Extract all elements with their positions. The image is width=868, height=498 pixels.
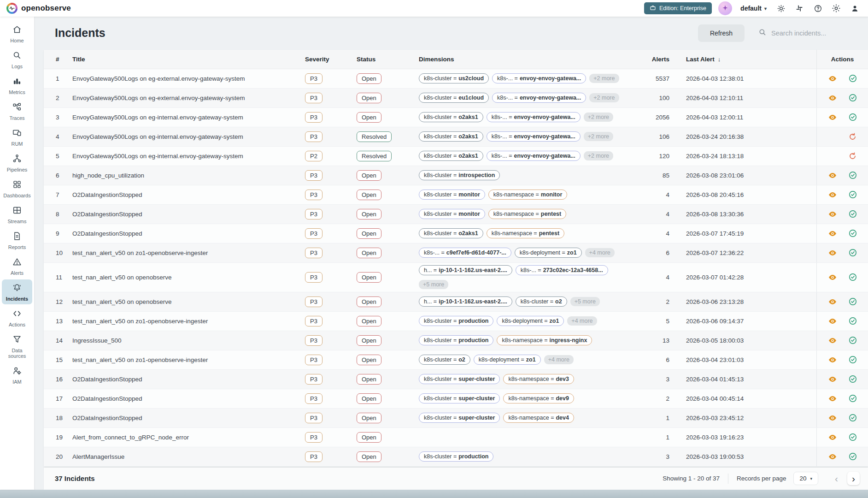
resolve-incident-icon[interactable]	[848, 113, 857, 122]
sort-descending-icon[interactable]: ↓	[718, 56, 721, 63]
ai-assistant-button[interactable]	[718, 1, 732, 15]
resolve-incident-icon[interactable]	[848, 248, 857, 257]
table-row[interactable]: 11 test_nan_alert_v50 on openobserve P3 …	[44, 263, 868, 292]
sidebar-item-pipelines[interactable]: Pipelines	[2, 150, 32, 175]
more-dimensions-pill[interactable]: +2 more	[584, 132, 613, 141]
resolve-incident-icon[interactable]	[848, 394, 857, 403]
sidebar-item-dashboards[interactable]: Dashboards	[2, 176, 32, 201]
view-incident-icon[interactable]	[828, 171, 837, 180]
dimension-chip[interactable]: k8s-cluster =production	[419, 451, 493, 462]
view-incident-icon[interactable]	[828, 209, 837, 219]
view-incident-icon[interactable]	[828, 433, 837, 442]
resolve-incident-icon[interactable]	[848, 374, 857, 384]
search-incidents-input[interactable]	[771, 30, 854, 37]
resolve-incident-icon[interactable]	[848, 273, 857, 282]
sidebar-item-home[interactable]: Home	[2, 21, 32, 46]
table-row[interactable]: 6 high_node_cpu_utilization P3 Open k8s-…	[44, 166, 868, 185]
table-row[interactable]: 17 O2DataIngestionStopped P3 Open k8s-cl…	[44, 389, 868, 409]
resolve-incident-icon[interactable]	[848, 171, 857, 180]
view-incident-icon[interactable]	[828, 413, 837, 422]
view-incident-icon[interactable]	[828, 74, 837, 83]
sidebar-item-logs[interactable]: Logs	[2, 47, 32, 72]
edition-enterprise-button[interactable]: Edition: Enterprise	[644, 2, 712, 14]
table-row[interactable]: 4 EnvoyGateway500Logs on eg-internal.env…	[44, 127, 868, 147]
table-row[interactable]: 10 test_nan_alert_v50 on zo1-openobserve…	[44, 243, 868, 263]
dimension-chip[interactable]: k8s-cluster =super-cluster	[419, 413, 500, 423]
dimension-chip[interactable]: k8s-namespace =dev9	[503, 393, 574, 403]
previous-page-button[interactable]: ‹	[830, 472, 843, 485]
dimension-chip[interactable]: k8s-deployment =zo1	[515, 248, 582, 258]
dimension-chip[interactable]: k8s-cluster =introspection	[419, 170, 500, 180]
resolve-incident-icon[interactable]	[848, 229, 857, 238]
slack-icon[interactable]	[793, 2, 805, 14]
resolve-incident-icon[interactable]	[848, 433, 857, 442]
dimension-chip[interactable]: k8s-cluster =production	[419, 335, 493, 345]
dimension-chip[interactable]: k8s-... =273c02ec-12a3-4658...	[516, 265, 608, 275]
view-incident-icon[interactable]	[828, 297, 837, 306]
view-incident-icon[interactable]	[828, 452, 837, 461]
resolve-incident-icon[interactable]	[848, 316, 857, 326]
dimension-chip[interactable]: k8s-cluster =monitor	[419, 209, 485, 219]
more-dimensions-pill[interactable]: +2 more	[589, 74, 619, 83]
settings-gear-icon[interactable]	[830, 2, 842, 14]
table-row[interactable]: 12 test_nan_alert_v50 on openobserve P3 …	[44, 292, 868, 312]
page-size-select[interactable]: 20 ▾	[793, 472, 818, 485]
dimension-chip[interactable]: k8s-deployment =zo1	[474, 355, 541, 365]
resolve-incident-icon[interactable]	[848, 413, 857, 422]
dimension-chip[interactable]: k8s-namespace =pentest	[488, 209, 566, 219]
table-row[interactable]: 15 test_nan_alert_v50 on zo1-openobserve…	[44, 350, 868, 370]
dimension-chip[interactable]: k8s-cluster =eu1cloud	[419, 93, 489, 103]
column-header-last-alert[interactable]: Last Alert ↓	[669, 56, 773, 63]
next-page-button[interactable]: ›	[847, 472, 860, 485]
view-incident-icon[interactable]	[828, 394, 837, 403]
more-dimensions-pill[interactable]: +5 more	[570, 297, 600, 306]
more-dimensions-pill[interactable]: +2 more	[584, 151, 613, 160]
more-dimensions-pill[interactable]: +2 more	[589, 93, 619, 102]
dimension-chip[interactable]: k8s-cluster =o2	[516, 296, 567, 307]
sidebar-item-streams[interactable]: Streams	[2, 202, 32, 227]
dimension-chip[interactable]: k8s-... =envoy-envoy-gatewa...	[487, 131, 581, 142]
dimension-chip[interactable]: k8s-... =envoy-envoy-gatewa...	[487, 112, 581, 122]
help-icon[interactable]	[812, 2, 824, 14]
table-row[interactable]: 14 IngressIssue_500 P3 Open k8s-cluster …	[44, 331, 868, 350]
dimension-chip[interactable]: k8s-deployment =zo1	[497, 316, 564, 326]
table-row[interactable]: 18 O2DataIngestionStopped P3 Open k8s-cl…	[44, 409, 868, 428]
reopen-incident-icon[interactable]	[848, 132, 857, 141]
dimension-chip[interactable]: k8s-cluster =us2cloud	[419, 73, 489, 83]
view-incident-icon[interactable]	[828, 93, 837, 102]
view-incident-icon[interactable]	[828, 248, 837, 257]
brand[interactable]: openobserve	[6, 3, 71, 14]
sidebar-item-alerts[interactable]: Alerts	[2, 254, 32, 279]
more-dimensions-pill[interactable]: +4 more	[585, 248, 615, 257]
dimension-chip[interactable]: h... =ip-10-1-1-162.us-east-2....	[419, 265, 512, 275]
resolve-incident-icon[interactable]	[848, 209, 857, 219]
dimension-chip[interactable]: k8s-namespace =dev3	[503, 374, 574, 384]
resolve-incident-icon[interactable]	[848, 355, 857, 364]
view-incident-icon[interactable]	[828, 273, 837, 282]
resolve-incident-icon[interactable]	[848, 93, 857, 102]
profile-icon[interactable]	[849, 2, 861, 14]
view-incident-icon[interactable]	[828, 113, 837, 122]
table-row[interactable]: 9 O2DataIngestionStopped P3 Open k8s-clu…	[44, 224, 868, 243]
sidebar-item-metrics[interactable]: Metrics	[2, 73, 32, 98]
dimension-chip[interactable]: k8s-cluster =super-cluster	[419, 374, 500, 384]
resolve-incident-icon[interactable]	[848, 336, 857, 345]
dimension-chip[interactable]: k8s-namespace =pentest	[487, 228, 564, 238]
table-row[interactable]: 13 test_nan_alert_v50 on zo1-openobserve…	[44, 312, 868, 331]
dimension-chip[interactable]: k8s-... =envoy-envoy-gatewa...	[487, 151, 581, 161]
sidebar-item-rum[interactable]: RUM	[2, 125, 32, 149]
sidebar-item-actions[interactable]: Actions	[2, 305, 32, 330]
dimension-chip[interactable]: k8s-... =envoy-envoy-gatewa...	[492, 73, 586, 83]
dimension-chip[interactable]: k8s-... =envoy-envoy-gatewa...	[492, 93, 586, 103]
sidebar-item-reports[interactable]: Reports	[2, 228, 32, 253]
sidebar-item-incidents[interactable]: Incidents	[2, 279, 32, 304]
table-row[interactable]: 1 EnvoyGateway500Logs on eg-external.env…	[44, 69, 868, 89]
dimension-chip[interactable]: k8s-... =c9ef7ef6-d61d-4077-...	[419, 248, 511, 258]
dimension-chip[interactable]: k8s-cluster =o2aks1	[419, 228, 483, 238]
table-row[interactable]: 19 Alert_from_connect_to_gRPC_node_error…	[44, 428, 868, 447]
dimension-chip[interactable]: k8s-cluster =o2aks1	[419, 112, 483, 122]
view-incident-icon[interactable]	[828, 190, 837, 199]
dimension-chip[interactable]: k8s-cluster =production	[419, 316, 493, 326]
table-row[interactable]: 5 EnvoyGateway500Logs on eg-internal.env…	[44, 147, 868, 166]
resolve-incident-icon[interactable]	[848, 190, 857, 199]
